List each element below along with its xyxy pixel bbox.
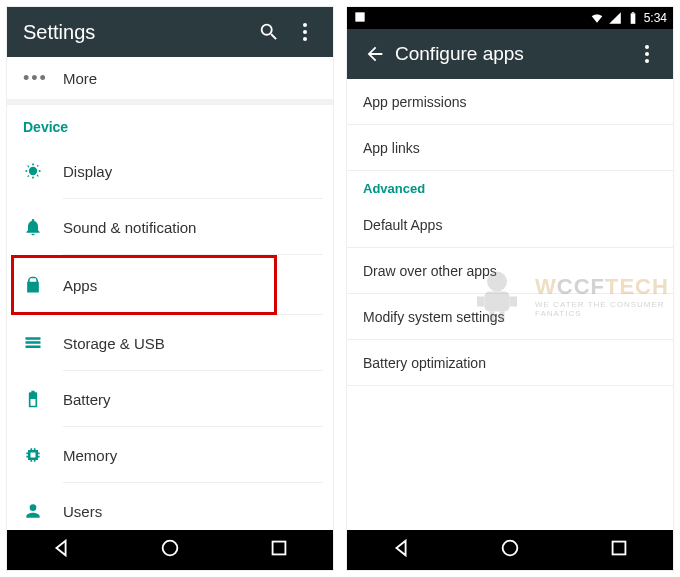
user-icon bbox=[23, 501, 63, 521]
setting-row-memory[interactable]: Memory bbox=[7, 427, 333, 483]
status-bar: 5:34 bbox=[347, 7, 673, 29]
row-label: Battery optimization bbox=[363, 355, 486, 371]
setting-row-display[interactable]: Display bbox=[7, 143, 333, 199]
nav-back-button[interactable] bbox=[50, 537, 72, 563]
cfg-row-permissions[interactable]: App permissions bbox=[347, 79, 673, 125]
system-navbar bbox=[347, 530, 673, 570]
svg-rect-1 bbox=[272, 542, 285, 555]
page-title: Settings bbox=[23, 21, 251, 44]
row-label: Draw over other apps bbox=[363, 263, 497, 279]
wifi-icon bbox=[590, 11, 604, 25]
search-icon bbox=[258, 21, 280, 43]
cfg-row-battopt[interactable]: Battery optimization bbox=[347, 340, 673, 386]
status-left-icons bbox=[353, 10, 367, 27]
nav-home-button[interactable] bbox=[159, 537, 181, 563]
section-advanced: Advanced bbox=[347, 171, 673, 202]
setting-row-battery[interactable]: Battery bbox=[7, 371, 333, 427]
status-right-icons: 5:34 bbox=[590, 11, 667, 25]
memory-icon bbox=[23, 445, 63, 465]
back-button[interactable] bbox=[355, 43, 395, 65]
setting-row-users[interactable]: Users bbox=[7, 483, 333, 530]
section-device: Device bbox=[7, 105, 333, 143]
nav-recent-button[interactable] bbox=[268, 537, 290, 563]
more-label: More bbox=[63, 70, 97, 87]
nav-back-button[interactable] bbox=[390, 537, 412, 563]
nav-recent-button[interactable] bbox=[608, 537, 630, 563]
status-time: 5:34 bbox=[644, 11, 667, 25]
cfg-row-links[interactable]: App links bbox=[347, 125, 673, 171]
more-horiz-icon: ••• bbox=[23, 68, 55, 89]
more-vert-icon bbox=[645, 45, 649, 63]
setting-row-storage[interactable]: Storage & USB bbox=[7, 315, 333, 371]
row-label: Default Apps bbox=[363, 217, 442, 233]
svg-rect-2 bbox=[355, 12, 364, 21]
display-icon bbox=[23, 161, 63, 181]
storage-icon bbox=[23, 333, 63, 353]
row-label: Users bbox=[63, 503, 102, 520]
overflow-menu-button[interactable] bbox=[629, 36, 665, 72]
bell-icon bbox=[23, 217, 63, 237]
system-navbar bbox=[7, 530, 333, 570]
appbar: Settings bbox=[7, 7, 333, 57]
setting-row-apps[interactable]: Apps bbox=[7, 255, 333, 315]
signal-icon bbox=[608, 11, 622, 25]
page-title: Configure apps bbox=[395, 43, 629, 65]
setting-row-more[interactable]: ••• More bbox=[7, 57, 333, 105]
row-label: Battery bbox=[63, 391, 111, 408]
cfg-row-drawover[interactable]: Draw over other apps bbox=[347, 248, 673, 294]
row-label: Display bbox=[63, 163, 112, 180]
cfg-row-defaultapps[interactable]: Default Apps bbox=[347, 202, 673, 248]
appbar: Configure apps bbox=[347, 29, 673, 79]
setting-row-sound[interactable]: Sound & notification bbox=[7, 199, 333, 255]
row-label: Modify system settings bbox=[363, 309, 505, 325]
svg-rect-3 bbox=[630, 13, 635, 23]
apps-icon bbox=[23, 275, 63, 295]
svg-rect-4 bbox=[631, 12, 633, 13]
overflow-menu-button[interactable] bbox=[287, 14, 323, 50]
battery-icon bbox=[23, 389, 63, 409]
settings-body: ••• More Device Display Sound & notifica… bbox=[7, 57, 333, 530]
configure-body: App permissions App links Advanced Defau… bbox=[347, 79, 673, 530]
more-vert-icon bbox=[303, 23, 307, 41]
row-label: Memory bbox=[63, 447, 117, 464]
svg-point-11 bbox=[503, 541, 518, 556]
row-label: Storage & USB bbox=[63, 335, 165, 352]
svg-point-0 bbox=[163, 541, 178, 556]
svg-rect-12 bbox=[612, 542, 625, 555]
row-label: Sound & notification bbox=[63, 219, 196, 236]
arrow-back-icon bbox=[364, 43, 386, 65]
configure-apps-screen: 5:34 Configure apps App permissions App … bbox=[346, 6, 674, 571]
settings-screen: Settings ••• More Device Display bbox=[6, 6, 334, 571]
cfg-row-modsys[interactable]: Modify system settings bbox=[347, 294, 673, 340]
row-label: App permissions bbox=[363, 94, 467, 110]
search-button[interactable] bbox=[251, 14, 287, 50]
row-label: Apps bbox=[63, 277, 97, 294]
screenshot-icon bbox=[353, 10, 367, 24]
battery-status-icon bbox=[626, 11, 640, 25]
nav-home-button[interactable] bbox=[499, 537, 521, 563]
row-label: App links bbox=[363, 140, 420, 156]
